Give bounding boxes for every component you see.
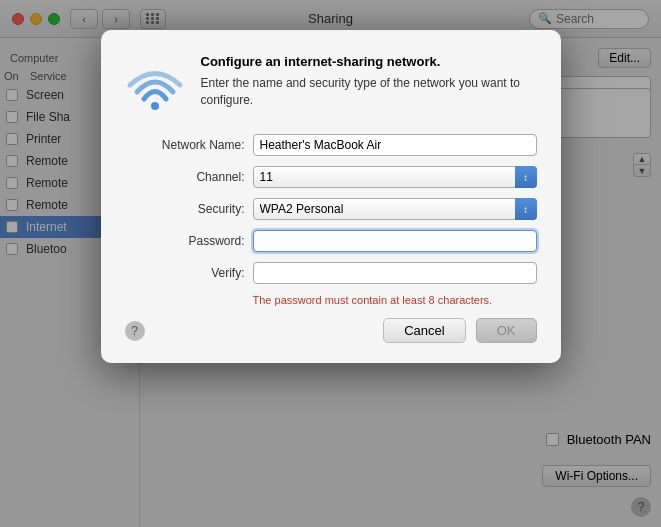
- modal-overlay: Configure an internet-sharing network. E…: [0, 0, 661, 527]
- modal-header: Configure an internet-sharing network. E…: [125, 54, 537, 114]
- modal-action-buttons: Cancel OK: [383, 318, 536, 343]
- password-label: Password:: [125, 234, 245, 248]
- security-select[interactable]: WPA2 Personal None WEP: [253, 198, 537, 220]
- wifi-icon: [125, 54, 185, 114]
- verify-label: Verify:: [125, 266, 245, 280]
- network-name-input[interactable]: [253, 134, 537, 156]
- channel-select[interactable]: 11 1 6: [253, 166, 537, 188]
- modal-text-block: Configure an internet-sharing network. E…: [201, 54, 537, 109]
- channel-row: Channel: 11 1 6 ↕: [125, 166, 537, 188]
- cancel-button[interactable]: Cancel: [383, 318, 465, 343]
- modal-title: Configure an internet-sharing network.: [201, 54, 537, 69]
- verify-input[interactable]: [253, 262, 537, 284]
- security-label: Security:: [125, 202, 245, 216]
- network-name-label: Network Name:: [125, 138, 245, 152]
- channel-select-wrapper: 11 1 6 ↕: [253, 166, 537, 188]
- modal-description: Enter the name and security type of the …: [201, 75, 537, 109]
- password-hint: The password must contain at least 8 cha…: [253, 294, 537, 306]
- modal-dialog: Configure an internet-sharing network. E…: [101, 30, 561, 363]
- modal-help-button[interactable]: ?: [125, 321, 145, 341]
- password-row: Password:: [125, 230, 537, 252]
- svg-point-1: [151, 102, 159, 110]
- modal-footer: ? Cancel OK: [125, 318, 537, 343]
- ok-button[interactable]: OK: [476, 318, 537, 343]
- security-select-wrapper: WPA2 Personal None WEP ↕: [253, 198, 537, 220]
- channel-label: Channel:: [125, 170, 245, 184]
- security-row: Security: WPA2 Personal None WEP ↕: [125, 198, 537, 220]
- verify-row: Verify:: [125, 262, 537, 284]
- modal-help-icon: ?: [131, 324, 138, 338]
- network-name-row: Network Name:: [125, 134, 537, 156]
- password-input[interactable]: [253, 230, 537, 252]
